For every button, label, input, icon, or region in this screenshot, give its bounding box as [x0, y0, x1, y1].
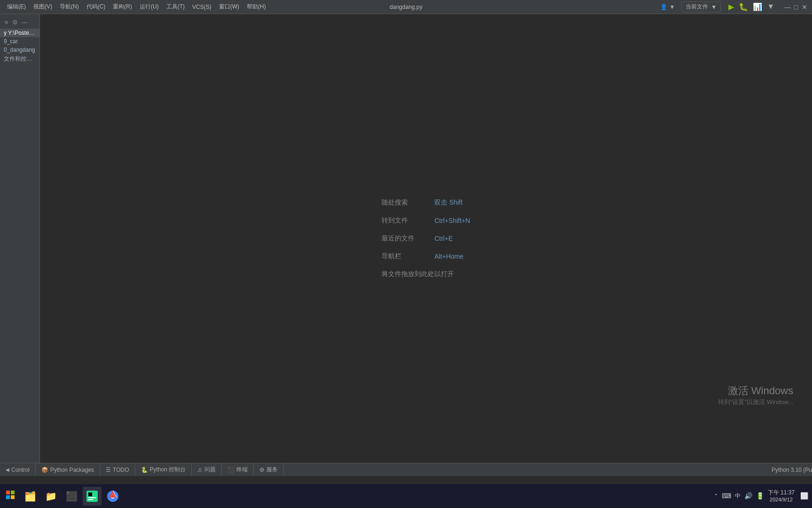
start-button[interactable]: [4, 488, 17, 504]
taskbar-chrome-icon[interactable]: [103, 487, 122, 506]
hint-search-label: 随处搜索: [382, 198, 429, 207]
services-icon: ⚙: [259, 467, 265, 473]
tab-terminal[interactable]: ⬛ 终端: [222, 463, 254, 476]
taskbar-terminal-icon[interactable]: ⬛: [62, 487, 81, 506]
tab-python-console[interactable]: 🐍 Python 控制台: [135, 463, 192, 476]
tab-problems[interactable]: ⚠ 问题: [192, 463, 222, 476]
tray-expand-icon[interactable]: ⌃: [714, 493, 718, 499]
main-layout: ≡ ⚙ — y Y:\Posted_on 9_car 0_dangdang 文件…: [0, 14, 812, 463]
sidebar-header: ≡ ⚙ —: [0, 16, 39, 29]
hint-navbar-shortcut: Alt+Home: [434, 253, 463, 260]
hint-recent-shortcut: Ctrl+E: [434, 235, 453, 242]
taskbar-icons: 🗂️ 📁 ⬛: [21, 487, 122, 506]
terminal-icon: ⬛: [227, 467, 234, 473]
tab-todo-label: TODO: [113, 467, 129, 473]
user-icon-dropdown: ▼: [669, 4, 675, 10]
tab-python-packages[interactable]: 📦 Python Packages: [36, 463, 100, 476]
run-config-dropdown[interactable]: 当前文件 ▼: [681, 1, 721, 12]
tab-python-packages-label: Python Packages: [50, 467, 94, 473]
title-bar-right: 👤 ▼ 当前文件 ▼ ▶ 🐛 📊 ▼ — □ ✕: [657, 1, 808, 12]
sidebar-item-files[interactable]: 文件和控制台: [0, 54, 39, 64]
run-button[interactable]: ▶: [726, 1, 736, 12]
sidebar-settings-icon[interactable]: ⚙: [11, 18, 19, 27]
user-icon: 👤: [660, 4, 667, 10]
sidebar-minimize-icon[interactable]: —: [21, 18, 29, 27]
hint-search: 随处搜索 双击 Shift: [382, 198, 470, 207]
sidebar-toolbar: ≡ ⚙ —: [4, 18, 29, 27]
sidebar-item-project-path[interactable]: y Y:\Posted_on: [0, 29, 39, 37]
more-run-button[interactable]: ▼: [765, 1, 776, 12]
run-config-chevron: ▼: [711, 4, 717, 10]
tab-control[interactable]: ◀ Control: [0, 463, 36, 476]
maximize-button[interactable]: □: [792, 3, 800, 11]
status-right: Python 3.10 (Pu: [772, 467, 812, 473]
control-icon: ◀: [6, 467, 9, 472]
user-button[interactable]: 👤 ▼: [657, 3, 678, 11]
run-config-label: 当前文件: [686, 3, 708, 11]
todo-icon: ☰: [106, 467, 111, 473]
hint-drag: 将文件拖放到此处以打开: [382, 270, 470, 278]
svg-rect-1: [11, 491, 15, 494]
tab-control-label: Control: [11, 467, 30, 473]
menu-edit[interactable]: 编辑(E): [4, 1, 29, 12]
problems-icon: ⚠: [197, 467, 203, 473]
menu-refactor[interactable]: 重构(R): [109, 1, 135, 12]
menu-vcs[interactable]: VCS(S): [189, 2, 215, 12]
taskbar-files-icon[interactable]: 🗂️: [21, 487, 39, 506]
close-button[interactable]: ✕: [801, 3, 808, 11]
sidebar-item-dangdang[interactable]: 0_dangdang: [0, 46, 39, 54]
tab-services[interactable]: ⚙ 服务: [254, 463, 284, 476]
menu-run[interactable]: 运行(U): [136, 1, 162, 12]
debug-button[interactable]: 🐛: [737, 1, 750, 12]
hint-recent: 最近的文件 Ctrl+E: [382, 234, 470, 243]
svg-rect-3: [11, 495, 15, 499]
tray-time-display: 下午 11:37: [768, 489, 795, 497]
editor-hints: 随处搜索 双击 Shift 转到文件 Ctrl+Shift+N 最近的文件 Ct…: [382, 198, 470, 278]
sidebar-expand-icon[interactable]: ≡: [4, 18, 9, 27]
menu-nav[interactable]: 导航(N): [56, 1, 82, 12]
tab-todo[interactable]: ☰ TODO: [100, 463, 135, 476]
tab-python-console-label: Python 控制台: [150, 466, 186, 474]
hint-drag-label: 将文件拖放到此处以打开: [382, 270, 454, 278]
windows-watermark: 激活 Windows 转到"设置"以激活 Window...: [718, 384, 793, 406]
svg-rect-5: [88, 492, 92, 496]
python-version: Python 3.10 (Pu: [772, 467, 812, 473]
python-console-icon: 🐍: [141, 467, 148, 473]
svg-rect-2: [6, 495, 10, 499]
menu-code[interactable]: 代码(C): [83, 1, 109, 12]
sidebar-item-car[interactable]: 9_car: [0, 37, 39, 46]
title-bar: 编辑(E) 视图(V) 导航(N) 代码(C) 重构(R) 运行(U) 工具(T…: [0, 0, 812, 14]
coverage-button[interactable]: 📊: [751, 1, 764, 12]
tab-services-label: 服务: [266, 466, 278, 474]
tray-volume-icon[interactable]: 🔋: [756, 492, 764, 500]
hint-recent-label: 最近的文件: [382, 234, 429, 243]
sidebar: ≡ ⚙ — y Y:\Posted_on 9_car 0_dangdang 文件…: [0, 14, 40, 463]
hint-goto-file-shortcut: Ctrl+Shift+N: [434, 217, 470, 224]
svg-rect-7: [88, 499, 93, 500]
bottom-toolbar: ◀ Control 📦 Python Packages ☰ TODO 🐍 Pyt…: [0, 463, 812, 476]
taskbar-tray: ⌃ ⌨ 中 🔊 🔋 下午 11:37 2024/9/12 ⬜: [714, 489, 808, 503]
svg-rect-6: [88, 497, 96, 498]
taskbar-explorer-icon[interactable]: 📁: [41, 487, 60, 506]
tray-lang-icon[interactable]: 中: [735, 492, 741, 500]
tray-network-icon[interactable]: 🔊: [744, 492, 752, 500]
editor-area[interactable]: 随处搜索 双击 Shift 转到文件 Ctrl+Shift+N 最近的文件 Ct…: [40, 14, 812, 463]
hint-goto-file-label: 转到文件: [382, 216, 429, 225]
hint-search-shortcut: 双击 Shift: [434, 198, 462, 207]
python-packages-icon: 📦: [41, 467, 48, 473]
menu-window[interactable]: 窗口(W): [216, 1, 242, 12]
taskbar-pycharm-icon[interactable]: [83, 487, 102, 506]
tab-problems-label: 问题: [204, 466, 216, 474]
menu-tools[interactable]: 工具(T): [163, 1, 188, 12]
tab-terminal-label: 终端: [236, 466, 248, 474]
hint-navbar: 导航栏 Alt+Home: [382, 252, 470, 261]
minimize-button[interactable]: —: [784, 3, 791, 11]
menu-bar: 编辑(E) 视图(V) 导航(N) 代码(C) 重构(R) 运行(U) 工具(T…: [4, 1, 269, 12]
tray-keyboard-icon[interactable]: ⌨: [722, 492, 731, 500]
menu-help[interactable]: 帮助(H): [243, 1, 269, 12]
window-controls: — □ ✕: [784, 3, 808, 11]
tray-show-desktop-icon[interactable]: ⬜: [800, 492, 808, 500]
tray-clock[interactable]: 下午 11:37 2024/9/12: [768, 489, 795, 503]
hint-navbar-label: 导航栏: [382, 252, 429, 261]
menu-view[interactable]: 视图(V): [30, 1, 55, 12]
